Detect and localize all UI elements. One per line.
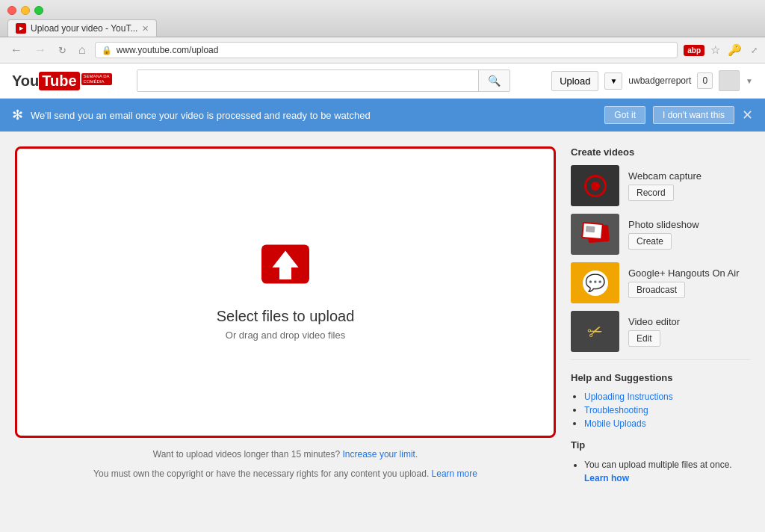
list-item: Mobile Uploads xyxy=(584,418,750,429)
editor-thumbnail: ✂ xyxy=(571,311,619,352)
tab-favicon xyxy=(16,23,26,34)
edit-button[interactable]: Edit xyxy=(628,330,660,347)
yt-logo-you: You xyxy=(12,72,39,90)
webcam-icon xyxy=(584,175,607,197)
hangouts-info: Google+ Hangouts On Air Broadcast xyxy=(628,267,750,298)
list-item: Troubleshooting xyxy=(584,404,750,415)
search-input[interactable] xyxy=(137,71,478,91)
create-slideshow-button[interactable]: Create xyxy=(628,233,672,250)
sidebar: Create videos Webcam capture Record xyxy=(571,146,750,485)
upload-subtitle: Or drag and drop video files xyxy=(226,330,345,341)
notification-banner: ✻ We'll send you an email once your vide… xyxy=(0,99,765,132)
search-button[interactable]: 🔍 xyxy=(478,70,510,91)
webcam-info: Webcam capture Record xyxy=(628,170,750,201)
record-button[interactable]: Record xyxy=(628,185,674,201)
back-button[interactable]: ← xyxy=(7,42,25,58)
help-links-list: Uploading Instructions Troubleshooting M… xyxy=(571,391,750,429)
webcam-thumbnail xyxy=(571,165,619,206)
yt-logo[interactable]: YouTube SEMANA DACOMÉDIA xyxy=(12,72,112,90)
main-content: Select files to upload Or drag and drop … xyxy=(0,132,765,500)
help-section: Help and Suggestions Uploading Instructi… xyxy=(571,372,750,429)
list-item: Uploading Instructions xyxy=(584,391,750,402)
hangouts-card: 💬 Google+ Hangouts On Air Broadcast xyxy=(571,262,750,303)
upload-dropzone[interactable]: Select files to upload Or drag and drop … xyxy=(15,146,556,438)
learn-how-link[interactable]: Learn how xyxy=(584,473,629,483)
webcam-card: Webcam capture Record xyxy=(571,165,750,206)
abp-badge: abp xyxy=(684,45,704,56)
maximize-button[interactable] xyxy=(34,6,43,15)
close-button[interactable] xyxy=(7,6,16,15)
home-button[interactable]: ⌂ xyxy=(75,42,89,58)
address-bar[interactable]: 🔒 xyxy=(95,42,678,58)
divider xyxy=(571,359,750,360)
broadcast-button[interactable]: Broadcast xyxy=(628,282,685,298)
slideshow-thumbnail xyxy=(571,214,619,255)
learn-more-link[interactable]: Learn more xyxy=(432,468,477,479)
slideshow-card: Photo slideshow Create xyxy=(571,214,750,255)
notif-count-badge: 0 xyxy=(697,72,713,89)
increase-limit-link[interactable]: Increase your limit. xyxy=(343,449,418,460)
notification-text: We'll send you an email once your video … xyxy=(31,110,597,121)
scissors-icon: ✂ xyxy=(584,319,605,344)
window-chrome: Upload your video - YouT... ✕ xyxy=(0,0,765,37)
editor-card: ✂ Video editor Edit xyxy=(571,311,750,352)
help-section-title: Help and Suggestions xyxy=(571,372,750,383)
avatar-dropdown-icon[interactable]: ▼ xyxy=(746,77,753,85)
uploading-instructions-link[interactable]: Uploading Instructions xyxy=(584,392,673,402)
editor-label: Video editor xyxy=(628,316,750,327)
list-item: You can upload multiple files at once. L… xyxy=(584,458,750,485)
avatar xyxy=(719,70,740,91)
upload-dropdown-button[interactable]: ▼ xyxy=(604,72,622,90)
webcam-label: Webcam capture xyxy=(628,170,750,182)
dont-want-button[interactable]: I don't want this xyxy=(653,106,734,124)
extensions-icon[interactable]: 🔑 xyxy=(726,42,743,58)
upload-label: Upload xyxy=(560,75,590,87)
copyright-text: You must own the copyright or have the n… xyxy=(93,468,429,479)
editor-info: Video editor Edit xyxy=(628,316,750,347)
slideshow-label: Photo slideshow xyxy=(628,219,750,230)
tab-close-icon[interactable]: ✕ xyxy=(142,24,149,34)
url-input[interactable] xyxy=(117,45,672,55)
fullscreen-icon[interactable]: ⤢ xyxy=(751,46,758,55)
upload-footer-text: Want to upload videos longer than 15 min… xyxy=(153,449,340,460)
webcam-dot xyxy=(591,182,600,191)
tip-section-title: Tip xyxy=(571,439,750,451)
nav-bar: ← → ↻ ⌂ 🔒 abp ☆ 🔑 ⤢ xyxy=(0,37,765,64)
tip-section: Tip You can upload multiple files at onc… xyxy=(571,439,750,485)
yt-header: YouTube SEMANA DACOMÉDIA 🔍 Upload ▼ uwba… xyxy=(0,64,765,99)
yt-logo-tube: Tube xyxy=(39,72,79,90)
tab-upload[interactable]: Upload your video - YouT... ✕ xyxy=(7,19,157,37)
hangouts-label: Google+ Hangouts On Air xyxy=(628,267,750,279)
slideshow-info: Photo slideshow Create xyxy=(628,219,750,250)
upload-button[interactable]: Upload xyxy=(551,71,598,91)
forward-button[interactable]: → xyxy=(31,42,49,58)
hangouts-thumbnail: 💬 xyxy=(571,262,619,303)
upload-footer: Want to upload videos longer than 15 min… xyxy=(15,447,556,482)
address-icon: 🔒 xyxy=(102,46,112,55)
upload-section: Select files to upload Or drag and drop … xyxy=(15,146,556,485)
notification-close-icon[interactable]: ✕ xyxy=(742,107,753,123)
hangouts-icon: 💬 xyxy=(583,270,608,296)
slideshow-icon xyxy=(580,221,610,247)
got-it-button[interactable]: Got it xyxy=(604,106,645,124)
tip-list: You can upload multiple files at once. L… xyxy=(571,458,750,485)
troubleshooting-link[interactable]: Troubleshooting xyxy=(584,405,648,415)
minimize-button[interactable] xyxy=(21,6,30,15)
yt-logo-badge: SEMANA DACOMÉDIA xyxy=(81,73,112,85)
star-icon[interactable]: ☆ xyxy=(709,42,722,58)
tab-label: Upload your video - YouT... xyxy=(31,23,137,34)
header-right: Upload ▼ uwbadgerreport 0 ▼ xyxy=(551,70,753,91)
upload-title: Select files to upload xyxy=(217,308,355,325)
reload-button[interactable]: ↻ xyxy=(55,43,69,58)
mobile-uploads-link[interactable]: Mobile Uploads xyxy=(584,418,646,429)
yt-search-wrap: 🔍 xyxy=(137,69,510,92)
tip-text: You can upload multiple files at once. xyxy=(584,460,732,470)
create-section-title: Create videos xyxy=(571,146,750,158)
username-label: uwbadgerreport xyxy=(628,75,691,86)
notification-star-icon: ✻ xyxy=(12,107,23,123)
upload-icon xyxy=(255,244,315,293)
